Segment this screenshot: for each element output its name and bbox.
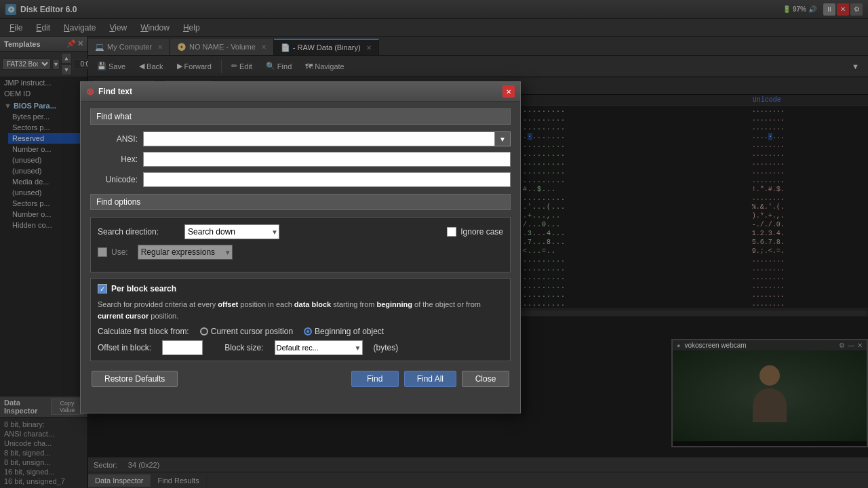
current-cursor-label: Current cursor position (211, 327, 293, 336)
find-text-dialog: ⊗ Find text ✕ Find what ANSI: ▼ Hex: FF … (80, 81, 521, 413)
block-size-wrapper: Default rec... ▼ (275, 340, 363, 355)
unicode-label: Unicode: (90, 175, 138, 184)
beginning-radio[interactable] (304, 327, 312, 336)
dialog-title: Find text (98, 87, 132, 96)
per-block-header: ✓ Per block search (98, 284, 503, 293)
footer-left: Restore Defaults (92, 371, 178, 387)
use-row: Use: Regular expressions ▼ (98, 245, 503, 260)
close-dialog-button[interactable]: Close (462, 371, 509, 387)
current-cursor-radio[interactable] (200, 327, 208, 336)
ansi-dropdown-btn[interactable]: ▼ (494, 131, 511, 146)
dialog-overlay: ⊗ Find text ✕ Find what ANSI: ▼ Hex: FF … (0, 0, 868, 488)
dialog-close-button[interactable]: ✕ (502, 85, 515, 98)
ansi-row: ANSI: ▼ (90, 131, 511, 146)
restore-defaults-button[interactable]: Restore Defaults (92, 371, 178, 387)
find-all-button[interactable]: Find All (404, 371, 456, 387)
find-button[interactable]: Find (351, 371, 399, 387)
per-block-section: ✓ Per block search Search for provided c… (90, 278, 511, 361)
current-cursor-option[interactable]: Current cursor position (200, 327, 293, 336)
calc-label: Calculate first block from: (98, 327, 189, 336)
footer-right: Find Find All Close (351, 371, 509, 387)
per-block-label: Per block search (111, 284, 176, 293)
unicode-row: Unicode: ÿÿÿ (90, 172, 511, 187)
dialog-titlebar: ⊗ Find text ✕ (81, 82, 520, 102)
dialog-footer: Restore Defaults Find Find All Close (90, 367, 511, 388)
search-direction-row: Search direction: Search down ▼ Ignore c… (98, 224, 503, 239)
find-options-area: Search direction: Search down ▼ Ignore c… (90, 217, 511, 272)
dialog-title-icon: ⊗ (86, 86, 94, 97)
offset-row: Offset in block: 0 Block size: Default r… (98, 340, 503, 355)
search-direction-select[interactable]: Search down (184, 224, 279, 239)
search-direction-wrapper: Search down ▼ (184, 224, 279, 239)
hex-input[interactable]: FF FF FF 0F (143, 152, 511, 167)
block-size-unit: (bytes) (374, 343, 399, 352)
ignore-case-label: Ignore case (460, 227, 503, 237)
per-block-checkbox[interactable]: ✓ (98, 284, 107, 293)
block-size-label: Block size: (224, 343, 263, 352)
offset-in-block-label: Offset in block: (98, 343, 151, 352)
use-checkbox[interactable] (98, 247, 107, 257)
ignore-case-checkbox[interactable] (447, 227, 456, 237)
hex-row: Hex: FF FF FF 0F (90, 152, 511, 167)
ansi-input[interactable] (143, 131, 494, 146)
hex-label: Hex: (90, 155, 138, 164)
ansi-input-wrapper: ▼ (143, 131, 511, 146)
offset-in-block-input[interactable]: 0 (162, 340, 203, 355)
use-select[interactable]: Regular expressions (138, 245, 233, 260)
block-size-select[interactable]: Default rec... (275, 340, 363, 355)
find-what-section: Find what (90, 108, 511, 125)
find-options-section: Find options (90, 194, 511, 210)
use-label: Use: (111, 247, 128, 257)
beginning-option[interactable]: Beginning of object (304, 327, 384, 336)
ansi-label: ANSI: (90, 134, 138, 144)
search-direction-label: Search direction: (98, 227, 179, 237)
calculate-row: Calculate first block from: Current curs… (98, 327, 503, 336)
use-select-wrapper: Regular expressions ▼ (138, 245, 233, 260)
beginning-label: Beginning of object (315, 327, 384, 336)
unicode-input[interactable]: ÿÿÿ (143, 172, 511, 187)
dialog-content: Find what ANSI: ▼ Hex: FF FF FF 0F Unico… (81, 102, 520, 395)
per-block-description: Search for provided criteria at every of… (98, 299, 503, 321)
